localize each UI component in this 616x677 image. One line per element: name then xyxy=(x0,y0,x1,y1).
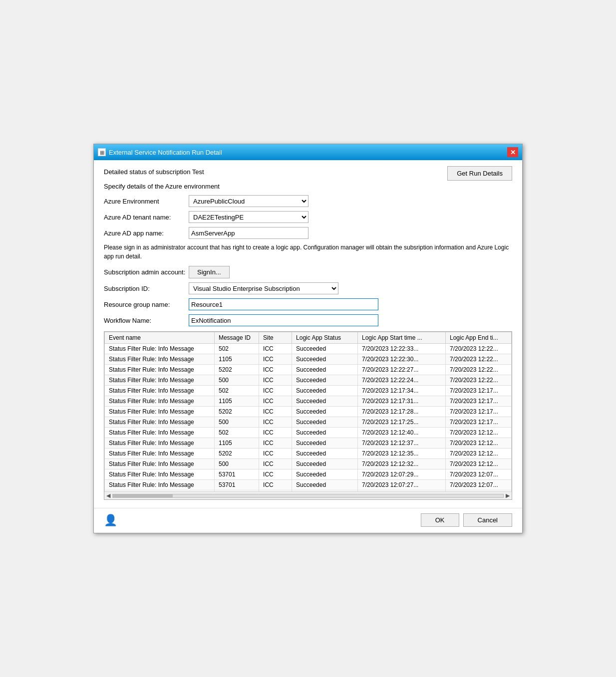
table-cell: 7/20/2023 12:22:24... xyxy=(358,375,446,386)
scrollbar-thumb[interactable] xyxy=(113,494,173,498)
table-cell: 7/20/2023 12:22:30... xyxy=(358,354,446,365)
table-cell: Succeeded xyxy=(292,417,358,428)
table-cell: 500 xyxy=(214,459,259,469)
table-cell: 7/20/2023 12:12... xyxy=(445,428,511,438)
table-cell: Status Filter Rule: Info Message xyxy=(105,365,215,375)
col-event-name: Event name xyxy=(105,332,215,344)
table-cell: 7/20/2023 12:07:29... xyxy=(358,469,446,480)
table-row[interactable]: Status Filter Rule: Info Message1105ICCS… xyxy=(105,396,512,407)
resource-group-label: Resource group name: xyxy=(104,301,189,308)
table-cell: Succeeded xyxy=(292,344,358,354)
table-cell: 7/20/2023 12:17:28... xyxy=(358,407,446,417)
ok-button[interactable]: OK xyxy=(421,513,459,527)
col-site: Site xyxy=(259,332,292,344)
table-cell: Succeeded xyxy=(292,407,358,417)
table-cell: Status Filter Rule: Info Message xyxy=(105,480,215,490)
table-row[interactable]: Status Filter Rule: Info Message53701ICC… xyxy=(105,469,512,480)
table-cell: 1105 xyxy=(214,354,259,365)
signin-button[interactable]: SignIn... xyxy=(189,266,230,278)
table-row[interactable]: Status Filter Rule: Info Message500ICCSu… xyxy=(105,375,512,386)
table-cell: ICC xyxy=(259,449,292,459)
table-cell: 7/20/2023 12:07:27... xyxy=(358,480,446,490)
scroll-right-btn[interactable]: ▶ xyxy=(506,492,510,499)
table-cell: Status Filter Rule: Info Message xyxy=(105,375,215,386)
table-cell: 53701 xyxy=(214,469,259,480)
table-row[interactable]: Status Filter Rule: Info Message53701ICC… xyxy=(105,480,512,490)
table-row[interactable]: Status Filter Rule: Info Message1105ICCS… xyxy=(105,438,512,449)
cancel-button[interactable]: Cancel xyxy=(463,513,512,527)
table-row[interactable]: Status Filter Rule: Info Message500ICCSu… xyxy=(105,459,512,469)
table-cell: 7/20/2023 12:17... xyxy=(445,386,511,396)
azure-tenant-row: Azure AD tenant name: DAE2ETestingPE xyxy=(104,211,512,223)
content-area: Get Run Details Detailed status of subsc… xyxy=(94,160,522,506)
table-cell: 5202 xyxy=(214,407,259,417)
table-cell: 502 xyxy=(214,386,259,396)
table-row[interactable]: Status Filter Rule: Info Message502ICCSu… xyxy=(105,386,512,396)
table-row[interactable]: Status Filter Rule: Info Message1105ICCS… xyxy=(105,354,512,365)
azure-tenant-select[interactable]: DAE2ETestingPE xyxy=(189,211,308,223)
subscription-id-label: Subscription ID: xyxy=(104,285,189,292)
info-text: Please sign in as administrator account … xyxy=(104,243,512,261)
table-cell: Status Filter Rule: Info Message xyxy=(105,407,215,417)
table-header-row: Event name Message ID Site Logic App Sta… xyxy=(105,332,512,344)
subscription-id-select[interactable]: Visual Studio Enterprise Subscription xyxy=(189,282,338,294)
table-cell: Succeeded xyxy=(292,438,358,449)
table-cell: ICC xyxy=(259,459,292,469)
bottom-buttons: OK Cancel xyxy=(421,513,512,527)
table-cell: 5202 xyxy=(214,365,259,375)
azure-tenant-label: Azure AD tenant name: xyxy=(104,214,189,221)
table-row[interactable]: Status Filter Rule: Info Message502ICCSu… xyxy=(105,344,512,354)
table-cell: ICC xyxy=(259,386,292,396)
col-logic-app-start: Logic App Start time ... xyxy=(358,332,446,344)
table-cell: Status Filter Rule: Info Message xyxy=(105,417,215,428)
table-cell: Succeeded xyxy=(292,375,358,386)
table-row[interactable]: Status Filter Rule: Info Message502ICCSu… xyxy=(105,428,512,438)
table-cell: 7/20/2023 12:17... xyxy=(445,407,511,417)
subscription-admin-row: Subscription admin account: SignIn... xyxy=(104,266,512,278)
scrollbar-track[interactable] xyxy=(112,494,504,498)
table-cell: 7/20/2023 12:17... xyxy=(445,417,511,428)
table-cell: ICC xyxy=(259,365,292,375)
azure-env-row: Azure Environment AzurePublicCloud Azure… xyxy=(104,195,512,207)
horizontal-scrollbar[interactable]: ◀ ▶ xyxy=(104,491,512,499)
resource-group-input[interactable] xyxy=(189,298,378,310)
table-cell: 7/20/2023 12:22... xyxy=(445,354,511,365)
table-cell: Succeeded xyxy=(292,428,358,438)
table-cell: ICC xyxy=(259,407,292,417)
table-cell: Status Filter Rule: Info Message xyxy=(105,459,215,469)
table-cell: 7/20/2023 12:22... xyxy=(445,375,511,386)
azure-env-select[interactable]: AzurePublicCloud AzureUSGovernment Azure… xyxy=(189,195,308,207)
table-cell: Succeeded xyxy=(292,480,358,490)
table-cell: 502 xyxy=(214,428,259,438)
table-cell: ICC xyxy=(259,417,292,428)
table-cell: 7/20/2023 12:22:27... xyxy=(358,365,446,375)
table-cell: 7/20/2023 12:22:33... xyxy=(358,344,446,354)
table-row[interactable]: Status Filter Rule: Info Message5202ICCS… xyxy=(105,365,512,375)
table-row[interactable]: Status Filter Rule: Info Message500ICCSu… xyxy=(105,417,512,428)
scroll-left-btn[interactable]: ◀ xyxy=(106,492,110,499)
table-cell: 7/20/2023 12:12... xyxy=(445,459,511,469)
close-button[interactable]: ✕ xyxy=(507,147,518,157)
table-scroll-area[interactable]: Event name Message ID Site Logic App Sta… xyxy=(104,332,512,491)
col-logic-app-end: Logic App End ti... xyxy=(445,332,511,344)
main-window: ▦ External Service Notification Run Deta… xyxy=(93,144,523,533)
table-cell: Succeeded xyxy=(292,396,358,407)
table-cell: Status Filter Rule: Info Message xyxy=(105,438,215,449)
workflow-name-row: Workflow Name: xyxy=(104,314,512,326)
table-cell: 7/20/2023 12:12:35... xyxy=(358,449,446,459)
workflow-name-input[interactable] xyxy=(189,314,378,326)
table-cell: Status Filter Rule: Info Message xyxy=(105,428,215,438)
table-cell: 7/20/2023 12:17:34... xyxy=(358,386,446,396)
resource-group-row: Resource group name: xyxy=(104,298,512,310)
table-cell: 7/20/2023 12:17:25... xyxy=(358,417,446,428)
bottom-bar: 👤 OK Cancel xyxy=(94,508,522,533)
get-run-details-button[interactable]: Get Run Details xyxy=(447,166,512,181)
table-cell: Status Filter Rule: Info Message xyxy=(105,396,215,407)
table-cell: ICC xyxy=(259,344,292,354)
table-cell: Succeeded xyxy=(292,449,358,459)
azure-app-input[interactable] xyxy=(189,227,308,239)
table-cell: Status Filter Rule: Info Message xyxy=(105,469,215,480)
table-row[interactable]: Status Filter Rule: Info Message5202ICCS… xyxy=(105,449,512,459)
table-row[interactable]: Status Filter Rule: Info Message5202ICCS… xyxy=(105,407,512,417)
subscription-admin-label: Subscription admin account: xyxy=(104,268,189,276)
